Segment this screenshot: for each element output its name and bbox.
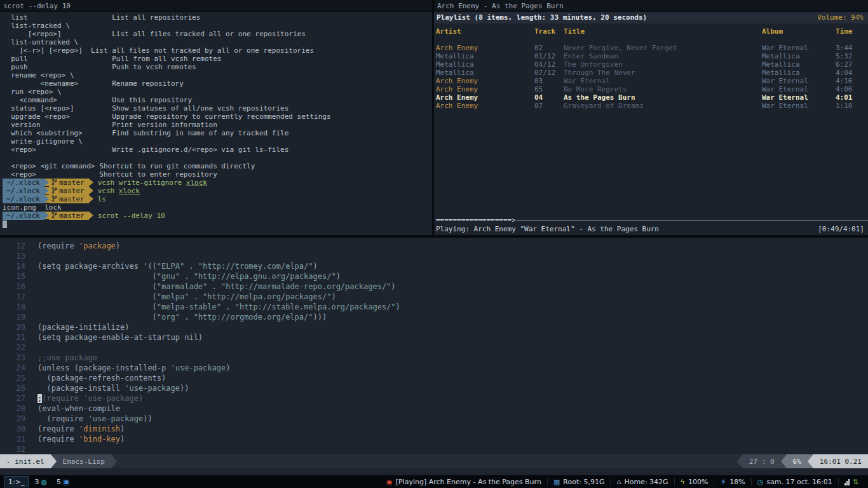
cell-album: War Eternal — [762, 85, 836, 93]
editor-line: 28(eval-when-compile — [0, 403, 868, 414]
powerline-arrow-icon — [44, 187, 49, 194]
editor-line: 19 ("org" . "http://orgmode.org/elpa/"))… — [0, 312, 868, 322]
player-titlebar: Arch Enemy - As the Pages Burn — [434, 0, 868, 12]
prompt-git-branch: master — [49, 187, 89, 195]
playlist-row[interactable]: Arch Enemy05No More RegretsWar Eternal4:… — [434, 85, 868, 93]
cell-track: 03 — [534, 77, 564, 85]
playlist-row[interactable]: Arch Enemy03War EternalWar Eternal4:16 — [434, 77, 868, 85]
code-segment: 'package — [79, 241, 116, 250]
editor-line: 29 (require 'use-package)) — [0, 414, 868, 424]
playlist-header-bar: Playlist (8 items, length: 33 minutes, 2… — [434, 12, 868, 24]
powerline-arrow-icon — [89, 187, 93, 194]
disk-icon: ▦ — [553, 478, 560, 486]
lightning-icon: ϟ — [681, 478, 685, 486]
cell-title: As the Pages Burn — [564, 93, 762, 102]
playlist-row[interactable]: Metallica01/12Enter SandmanMetallica5:32 — [434, 52, 868, 60]
column-header-title: Title — [564, 27, 762, 36]
cell-time: 6:27 — [836, 60, 865, 69]
column-header-artist: Artist — [436, 27, 534, 36]
cell-time: 5:32 — [836, 52, 865, 60]
terminal-title: scrot --delay 10 — [3, 2, 71, 10]
code-segment: . — [180, 313, 194, 322]
cell-album: War Eternal — [762, 44, 836, 52]
workspace-button-1[interactable]: 1:>_ — [4, 476, 29, 487]
editor-body: 12(require 'package)1314(setq package-ar… — [0, 238, 868, 454]
line-number: 16 — [0, 281, 25, 292]
playback-progress-bar[interactable]: ==================> — [434, 216, 868, 224]
command-text: xlock — [186, 179, 207, 187]
status-bar: 1:>_ 3 ◍ 5 ▣ ◉ [Playing] Arch Enemy - As… — [0, 475, 868, 488]
brightness-block: ☀ 18% — [714, 478, 750, 486]
prompt-git-branch: master — [49, 195, 89, 203]
line-number: 25 — [0, 373, 25, 383]
code-segment: ) — [120, 435, 125, 444]
terminal-prompt-line: ~/.xlockmastervcsh xlock — [3, 187, 432, 195]
cell-time: 4:16 — [836, 77, 865, 85]
now-playing-label: [Playing] Arch Enemy - As the Pages Burn — [396, 478, 541, 486]
cell-album: Metallica — [762, 60, 836, 69]
editor-line: 21(setq package-enable-at-startup nil) — [0, 332, 868, 342]
playlist-row[interactable]: Metallica07/12Through The NeverMetallica… — [434, 69, 868, 77]
code-segment: "http://tromey.com/elpa/" — [198, 262, 313, 271]
powerline-arrow-icon — [44, 212, 49, 219]
cell-album: War Eternal — [762, 77, 836, 85]
code-segment: ) — [331, 292, 336, 301]
code-segment: 'diminish — [79, 424, 120, 433]
powerline-arrow-icon — [51, 454, 57, 468]
terminal-window[interactable]: scrot --delay 10 list List all repositor… — [0, 0, 434, 235]
code-segment: "http://elpa.gnu.org/packages/" — [194, 272, 336, 281]
terminal-prompt-line: ~/.xlockmastervcsh write-gitignore xlock — [3, 179, 432, 187]
cell-album: War Eternal — [762, 102, 836, 110]
editor-line: 23;;use package — [0, 353, 868, 363]
player-window[interactable]: Arch Enemy - As the Pages Burn Playlist … — [434, 0, 868, 235]
terminal-line: <repo> Shortcut to enter repository — [3, 170, 432, 179]
cell-track: 04 — [534, 93, 564, 102]
line-number: 31 — [0, 434, 25, 444]
playlist-row[interactable]: Metallica04/12The UnforgivenMetallica6:2… — [434, 60, 868, 69]
cell-artist: Arch Enemy — [436, 102, 534, 110]
code-segment: ( — [37, 302, 157, 311]
code-segment: ;;use package — [37, 353, 97, 362]
network-updown-icon: ⇅ — [853, 478, 858, 486]
cell-title: Never Forgive, Never Forget — [564, 44, 762, 52]
terminal-line: <command> Use this repository — [3, 96, 432, 104]
code-segment: ) — [396, 302, 400, 311]
cell-title: Enter Sandman — [564, 52, 762, 60]
code-segment: )) — [180, 384, 189, 393]
editor-window[interactable]: 12(require 'package)1314(setq package-ar… — [0, 235, 868, 475]
git-branch-icon — [51, 195, 57, 202]
cell-time: 1:10 — [836, 102, 865, 110]
code-segment: "marmalade" — [157, 282, 207, 291]
cell-title: The Unforgiven — [564, 60, 762, 69]
playlist-row[interactable]: Arch Enemy07Graveyard of DreamsWar Etern… — [434, 102, 868, 110]
battery-block: ϟ 100% — [674, 478, 714, 486]
workspace-button-3[interactable]: 3 ◍ — [31, 476, 51, 487]
code-segment: ) — [391, 282, 395, 291]
line-number: 15 — [0, 271, 25, 281]
code-segment: (require — [37, 424, 79, 433]
code-segment: 'use-package — [88, 414, 143, 423]
code-segment: (setq package-enable-at-startup nil) — [37, 333, 203, 342]
workspace-button-5[interactable]: 5 ▣ — [53, 476, 73, 487]
workspace-label: 5 — [57, 478, 61, 486]
code-segment: "gnu" — [157, 272, 180, 281]
code-segment: (unless (package-installed-p — [37, 363, 171, 372]
playlist-row[interactable]: Arch Enemy04As the Pages BurnWar Eternal… — [434, 93, 868, 102]
modeline-scroll-percent: 6% — [787, 454, 808, 468]
top-row: scrot --delay 10 list List all repositor… — [0, 0, 868, 235]
cell-artist: Arch Enemy — [436, 85, 534, 93]
playlist-row[interactable]: Arch Enemy02Never Forgive, Never ForgetW… — [434, 44, 868, 52]
desktop: scrot --delay 10 list List all repositor… — [0, 0, 868, 488]
editor-line: 30(require 'diminish) — [0, 424, 868, 434]
git-branch-icon — [51, 179, 57, 186]
editor-line: 13 — [0, 251, 868, 261]
prompt-command: scrot --delay 10 — [93, 212, 165, 220]
line-number: 26 — [0, 383, 25, 393]
code-segment: ) — [313, 262, 318, 271]
code-segment: (package-initialize) — [37, 323, 130, 332]
terminal-line: list-tracked \ — [3, 22, 432, 30]
cell-track: 05 — [534, 85, 564, 93]
code-segment: "http://marmalade-repo.org/packages/" — [221, 282, 391, 291]
code-segment: "http://stable.melpa.org/packages/" — [235, 302, 396, 311]
powerline-arrow-icon — [737, 454, 743, 468]
